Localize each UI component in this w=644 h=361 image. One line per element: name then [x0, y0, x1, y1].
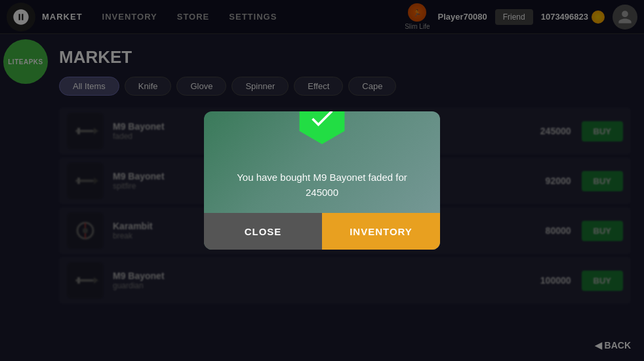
- modal-overlay: You have bought M9 Bayonet faded for 245…: [0, 0, 644, 361]
- checkmark-icon: [308, 111, 336, 132]
- success-hexagon: [296, 111, 348, 144]
- modal-message: You have bought M9 Bayonet faded for 245…: [224, 170, 420, 200]
- purchase-modal: You have bought M9 Bayonet faded for 245…: [204, 111, 440, 250]
- modal-actions: CLOSE INVENTORY: [204, 213, 440, 250]
- inventory-button[interactable]: INVENTORY: [322, 213, 440, 250]
- close-button[interactable]: CLOSE: [204, 213, 322, 250]
- modal-body: You have bought M9 Bayonet faded for 245…: [204, 157, 440, 200]
- modal-icon-container: [296, 111, 348, 144]
